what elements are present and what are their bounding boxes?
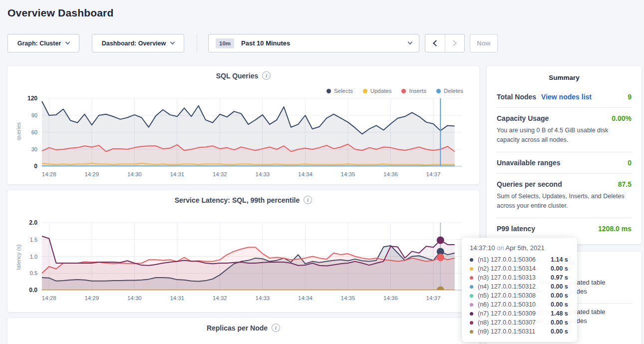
chart-title-row: Replicas per Node <box>7 324 479 332</box>
chevron-down-icon <box>65 40 70 45</box>
tooltip-node-value: 0.00 s <box>551 265 568 272</box>
svg-text:120: 120 <box>27 95 37 102</box>
svg-text:14:37: 14:37 <box>426 295 441 301</box>
chevron-left-icon <box>433 40 439 46</box>
view-nodes-list-link[interactable]: View nodes list <box>541 93 592 101</box>
page-title: Overview Dashboard <box>7 7 114 19</box>
svg-text:14:36: 14:36 <box>383 171 398 177</box>
qps-description: Sum of Selects, Updates, Inserts, and De… <box>497 192 632 211</box>
tooltip-node-value: 1.14 s <box>551 256 568 263</box>
tooltip-time: 14:37:10 <box>470 244 495 252</box>
summary-row-qps: Queries per second 87.5 Sum of Selects, … <box>497 174 632 218</box>
service-latency-chart-card: Service Latency: SQL, 99th percentile la… <box>7 190 479 312</box>
node-color-dot-icon <box>470 276 473 280</box>
tooltip-row: (n5) 127.0.0.1:503080.00 s <box>470 291 569 300</box>
svg-text:0.0: 0.0 <box>29 287 37 294</box>
svg-text:14:35: 14:35 <box>341 295 355 301</box>
summary-row-capacity: Capacity Usage 0.00% You are using 0 B o… <box>497 108 632 152</box>
chart-hover-tooltip: 14:37:10 on Apr 5th, 2021 (n1) 127.0.0.1… <box>462 238 577 342</box>
svg-text:14:37: 14:37 <box>426 171 441 177</box>
chevron-down-icon <box>170 40 175 45</box>
time-step-buttons <box>425 34 465 52</box>
tooltip-row: (n6) 127.0.0.1:503100.00 s <box>470 300 569 309</box>
svg-text:30: 30 <box>31 146 37 152</box>
tooltip-row: (n4) 127.0.0.1:503120.00 s <box>470 282 569 291</box>
node-color-dot-icon <box>470 330 473 334</box>
tooltip-node-label: (n5) 127.0.0.1:50308 <box>478 292 551 299</box>
svg-text:1.0: 1.0 <box>30 254 37 260</box>
sql-queries-chart-card: SQL Queries SelectsUpdatesInsertsDeletes… <box>7 66 479 184</box>
svg-text:14:31: 14:31 <box>170 295 184 301</box>
dashboard-dropdown[interactable]: Dashboard: Overview <box>92 34 184 52</box>
svg-text:14:36: 14:36 <box>383 295 398 301</box>
service-latency-plot[interactable]: 14:2814:2914:3014:3114:3214:3314:3414:35… <box>7 190 479 310</box>
tooltip-node-label: (n9) 127.0.0.1:50311 <box>478 328 551 335</box>
svg-text:1.5: 1.5 <box>30 237 37 243</box>
tooltip-node-value: 1.48 s <box>551 310 568 317</box>
toolbar-divider <box>197 34 197 52</box>
time-range-badge: 10m <box>216 38 234 48</box>
p99-latency-label: P99 latency <box>497 225 535 233</box>
svg-text:14:33: 14:33 <box>255 171 270 177</box>
node-color-dot-icon <box>470 303 473 307</box>
svg-text:0.5: 0.5 <box>30 270 37 276</box>
tooltip-node-label: (n8) 127.0.0.1:50307 <box>478 319 551 326</box>
svg-text:60: 60 <box>31 129 37 135</box>
svg-text:14:31: 14:31 <box>170 171 184 177</box>
svg-text:14:34: 14:34 <box>298 295 313 301</box>
sql-queries-plot[interactable]: 14:2814:2914:3014:3114:3214:3314:3414:35… <box>7 66 479 183</box>
dashboard-dropdown-label: Dashboard: Overview <box>102 40 166 47</box>
total-nodes-label: Total Nodes <box>497 93 536 101</box>
total-nodes-value: 9 <box>628 93 632 101</box>
tooltip-node-label: (n2) 127.0.0.1:50314 <box>478 265 551 272</box>
tooltip-node-label: (n3) 127.0.0.1:50313 <box>478 274 551 281</box>
svg-text:14:28: 14:28 <box>42 295 56 301</box>
tooltip-node-label: (n4) 127.0.0.1:50312 <box>478 283 551 290</box>
now-button[interactable]: Now <box>470 34 498 52</box>
info-icon[interactable] <box>272 324 280 332</box>
svg-text:14:35: 14:35 <box>341 171 355 177</box>
tooltip-node-label: (n7) 127.0.0.1:50309 <box>478 310 551 317</box>
capacity-usage-value: 0.00% <box>612 114 632 122</box>
unavailable-ranges-value: 0 <box>628 159 632 167</box>
unavailable-ranges-label: Unavailable ranges <box>497 159 561 167</box>
svg-text:14:30: 14:30 <box>127 171 142 177</box>
node-color-dot-icon <box>470 258 473 262</box>
tooltip-node-value: 0.00 s <box>551 319 568 326</box>
tooltip-row: (n2) 127.0.0.1:503140.00 s <box>470 264 569 273</box>
tooltip-node-value: 0.97 s <box>551 274 568 281</box>
time-prev-button[interactable] <box>425 34 445 52</box>
capacity-usage-label: Capacity Usage <box>497 114 549 122</box>
tooltip-row: (n7) 127.0.0.1:503091.48 s <box>470 309 569 318</box>
chart-title: Replicas per Node <box>207 324 268 332</box>
svg-text:14:33: 14:33 <box>255 295 270 301</box>
summary-row-unavailable-ranges: Unavailable ranges 0 <box>497 152 632 174</box>
tooltip-row: (n3) 127.0.0.1:503130.97 s <box>470 273 569 282</box>
tooltip-row: (n9) 127.0.0.1:503110.00 s <box>470 327 569 336</box>
p99-latency-value: 1208.0 ms <box>598 225 632 233</box>
time-next-button[interactable] <box>445 34 464 52</box>
tooltip-node-label: (n6) 127.0.0.1:50310 <box>478 301 551 308</box>
svg-text:14:29: 14:29 <box>84 171 99 177</box>
tooltip-row: (n8) 127.0.0.1:503070.00 s <box>470 318 569 327</box>
tooltip-on: on <box>497 244 504 252</box>
node-color-dot-icon <box>470 321 473 325</box>
graph-dropdown[interactable]: Graph: Cluster <box>7 34 79 52</box>
tooltip-node-value: 0.00 s <box>551 301 568 308</box>
capacity-usage-description: You are using 0 B of 4.5 GiB usable disk… <box>497 126 632 145</box>
svg-text:14:32: 14:32 <box>213 171 227 177</box>
svg-text:14:32: 14:32 <box>213 295 227 301</box>
svg-text:14:34: 14:34 <box>298 171 313 177</box>
svg-text:2.0: 2.0 <box>29 219 37 226</box>
chevron-right-icon <box>451 40 457 46</box>
time-range-dropdown[interactable]: 10m Past 10 Minutes <box>208 34 419 52</box>
graph-dropdown-label: Graph: Cluster <box>17 40 61 47</box>
summary-row-p99: P99 latency 1208.0 ms <box>497 218 632 239</box>
svg-text:14:29: 14:29 <box>84 295 99 301</box>
svg-text:0: 0 <box>34 163 37 170</box>
qps-label: Queries per second <box>497 180 562 188</box>
chevron-down-icon <box>408 40 413 45</box>
toolbar: Graph: Cluster Dashboard: Overview 10m P… <box>0 34 644 52</box>
tooltip-date: Apr 5th, 2021 <box>506 244 545 252</box>
node-color-dot-icon <box>470 285 473 289</box>
